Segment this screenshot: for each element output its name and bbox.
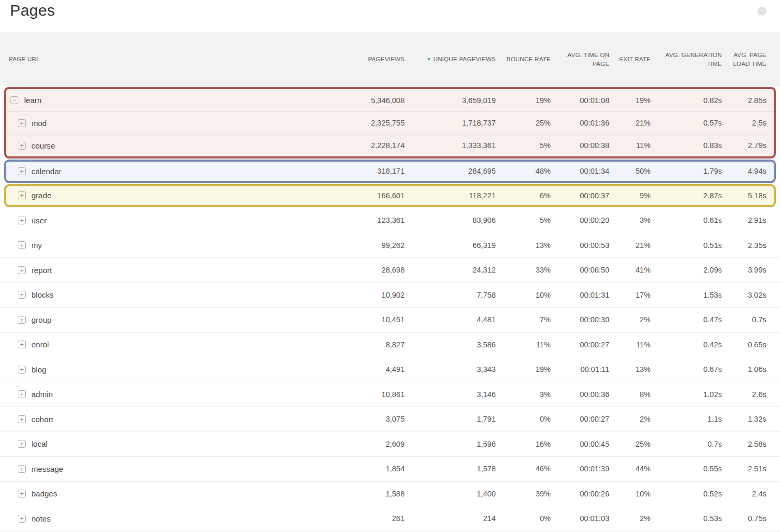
avg-page-load-time-cell: 5.18s <box>722 191 766 200</box>
expand-toggle-icon[interactable]: + <box>18 515 26 523</box>
table-row-cohort[interactable]: + cohort 3,075 1,791 0% 00:00:27 2% 1.1s… <box>0 407 780 432</box>
unique-pageviews-cell: 3,343 <box>405 365 496 373</box>
table-row-admin[interactable]: + admin 10,861 3,146 3% 00:00:36 8% 1.02… <box>0 382 780 408</box>
avg-time-on-page-cell: 00:00:36 <box>551 390 609 399</box>
pageviews-cell: 10,861 <box>321 390 405 399</box>
bounce-rate-cell: 0% <box>496 415 551 423</box>
expand-toggle-icon[interactable]: − <box>10 96 18 104</box>
table-row-enrol[interactable]: + enrol 8,827 3,586 11% 00:00:27 11% 0.4… <box>0 333 780 358</box>
page-url-cell: + local <box>0 439 321 448</box>
expand-toggle-icon[interactable]: + <box>18 291 26 299</box>
unique-pageviews-cell: 3,146 <box>405 390 496 399</box>
pages-table: PAGE URLPAGEVIEWS▼UNIQUE PAGEVIEWSBOUNCE… <box>0 32 780 531</box>
pageviews-cell: 1,854 <box>321 465 405 473</box>
unique-pageviews-cell: 1,578 <box>405 465 496 473</box>
table-row-blocks[interactable]: + blocks 10,902 7,758 10% 00:01:31 17% 1… <box>0 283 780 308</box>
table-row-local[interactable]: + local 2,609 1,596 16% 00:00:45 25% 0.7… <box>0 432 780 457</box>
avg-generation-time-cell: 2.09s <box>651 266 722 274</box>
table-row-learn[interactable]: − learn 5,346,008 3,659,019 19% 00:01:08… <box>6 89 774 111</box>
expand-toggle-icon[interactable]: + <box>18 490 26 497</box>
unique-pageviews-cell: 1,333,361 <box>405 141 496 150</box>
page-url-cell: + notes <box>0 514 321 523</box>
table-row-badges[interactable]: + badges 1,588 1,400 39% 00:00:26 10% 0.… <box>0 482 780 507</box>
avg-generation-time-cell: 1.79s <box>651 167 722 175</box>
avg-page-load-time-cell: 2.58s <box>722 440 766 448</box>
avg-generation-time-cell: 1.53s <box>651 291 722 299</box>
pageviews-cell: 10,902 <box>321 291 405 299</box>
page-url-cell: + calendar <box>6 167 321 176</box>
table-row-mod[interactable]: + mod 2,325,755 1,718,737 25% 00:01:36 2… <box>6 111 774 134</box>
page-url-cell: + badges <box>0 489 321 498</box>
clock-icon[interactable]: ◷ <box>757 7 766 16</box>
column-header-label: UNIQUE PAGEVIEWS <box>433 56 496 62</box>
expand-toggle-icon[interactable]: + <box>18 266 26 274</box>
column-header-avg_generation_time[interactable]: AVG. GENERATION TIME <box>651 51 722 68</box>
table-row-grade[interactable]: + grade 166,601 118,221 6% 00:00:37 9% 2… <box>6 186 774 206</box>
bounce-rate-cell: 25% <box>496 119 551 127</box>
avg-generation-time-cell: 0.67s <box>651 365 722 373</box>
avg-page-load-time-cell: 0.7s <box>722 315 766 324</box>
expand-toggle-icon[interactable]: + <box>18 316 26 324</box>
page-url-cell: + blog <box>0 365 321 374</box>
table-row-report[interactable]: + report 28,698 24,312 33% 00:06:50 41% … <box>0 258 780 283</box>
expand-toggle-icon[interactable]: + <box>18 341 26 348</box>
avg-generation-time-cell: 0.82s <box>651 96 722 105</box>
unique-pageviews-cell: 66,319 <box>405 241 496 250</box>
page-url-label: grade <box>31 191 51 200</box>
page-url-cell: − learn <box>6 96 321 105</box>
avg-time-on-page-cell: 00:01:11 <box>551 365 609 373</box>
column-header-exit_rate[interactable]: EXIT RATE <box>609 55 651 64</box>
pageviews-cell: 2,609 <box>321 440 405 448</box>
column-header-unique_pageviews[interactable]: ▼UNIQUE PAGEVIEWS <box>405 55 496 64</box>
page-url-cell: + user <box>0 216 321 225</box>
expand-toggle-icon[interactable]: + <box>18 119 26 127</box>
expand-toggle-icon[interactable]: + <box>18 167 26 175</box>
avg-time-on-page-cell: 00:06:50 <box>551 266 609 274</box>
avg-page-load-time-cell: 0.75s <box>722 514 766 523</box>
column-header-avg_time_on_page[interactable]: AVG. TIME ON PAGE <box>551 51 609 68</box>
avg-time-on-page-cell: 00:00:37 <box>551 191 609 200</box>
expand-toggle-icon[interactable]: + <box>18 191 26 199</box>
pageviews-cell: 261 <box>321 514 405 523</box>
unique-pageviews-cell: 3,659,019 <box>405 96 496 105</box>
page-url-cell: + course <box>6 141 321 150</box>
page-url-label: blocks <box>31 290 54 299</box>
column-header-bounce_rate[interactable]: BOUNCE RATE <box>496 55 551 64</box>
expand-toggle-icon[interactable]: + <box>18 440 26 448</box>
expand-toggle-icon[interactable]: + <box>18 142 26 150</box>
exit-rate-cell: 2% <box>609 315 651 324</box>
table-row-blog[interactable]: + blog 4,491 3,343 19% 00:01:11 13% 0.67… <box>0 357 780 382</box>
avg-page-load-time-cell: 2.85s <box>722 96 766 105</box>
page-url-label: learn <box>24 96 41 105</box>
column-header-label: PAGEVIEWS <box>368 56 405 62</box>
expand-toggle-icon[interactable]: + <box>18 390 26 398</box>
column-header-page_url[interactable]: PAGE URL <box>0 55 321 64</box>
exit-rate-cell: 11% <box>609 141 651 150</box>
avg-page-load-time-cell: 3.02s <box>722 291 766 299</box>
page-url-cell: + blocks <box>0 290 321 299</box>
table-row-calendar[interactable]: + calendar 318,171 284,695 48% 00:01:34 … <box>6 162 774 181</box>
column-header-avg_page_load_time[interactable]: AVG. PAGE LOAD TIME <box>722 51 766 68</box>
expand-toggle-icon[interactable]: + <box>18 217 26 224</box>
page-url-label: cohort <box>31 415 53 424</box>
avg-time-on-page-cell: 00:00:30 <box>551 315 609 324</box>
table-row-course[interactable]: + course 2,228,174 1,333,361 5% 00:00:38… <box>6 134 774 156</box>
unique-pageviews-cell: 83,906 <box>405 216 496 224</box>
expand-toggle-icon[interactable]: + <box>18 366 26 373</box>
table-row-message[interactable]: + message 1,854 1,578 46% 00:01:39 44% 0… <box>0 457 780 482</box>
exit-rate-cell: 17% <box>609 291 651 299</box>
sort-desc-icon: ▼ <box>427 56 431 62</box>
table-row-user[interactable]: + user 123,361 83,906 5% 00:00:20 3% 0.6… <box>0 208 780 233</box>
table-row-my[interactable]: + my 99,262 66,319 13% 00:00:53 21% 0.51… <box>0 233 780 258</box>
avg-time-on-page-cell: 00:00:38 <box>551 141 609 150</box>
table-row-notes[interactable]: + notes 261 214 0% 00:01:03 2% 0.53s 0.7… <box>0 506 780 531</box>
pageviews-cell: 4,491 <box>321 365 405 373</box>
expand-toggle-icon[interactable]: + <box>18 415 26 423</box>
column-header-pageviews[interactable]: PAGEVIEWS <box>321 55 405 64</box>
table-body: − learn 5,346,008 3,659,019 19% 00:01:08… <box>0 87 780 531</box>
pageviews-cell: 2,325,755 <box>321 119 405 127</box>
page-url-label: blog <box>31 365 46 374</box>
expand-toggle-icon[interactable]: + <box>18 241 26 249</box>
expand-toggle-icon[interactable]: + <box>18 465 26 473</box>
table-row-group[interactable]: + group 10,451 4,481 7% 00:00:30 2% 0.47… <box>0 308 780 333</box>
